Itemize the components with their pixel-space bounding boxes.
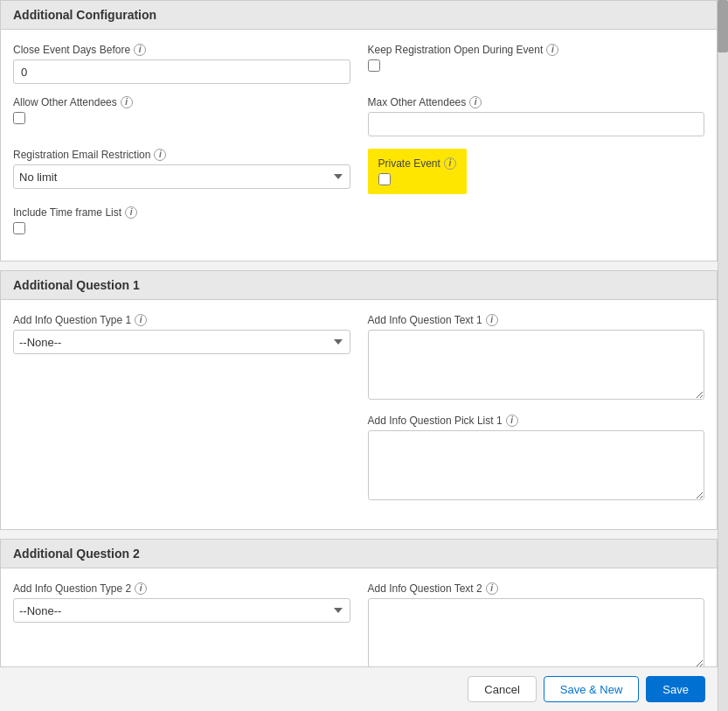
close-event-info-icon: i bbox=[134, 44, 146, 56]
q1-text-label: Add Info Question Text 1 i bbox=[368, 314, 705, 326]
q1-picklist-info-icon: i bbox=[506, 415, 518, 427]
q1-text-label-text: Add Info Question Text 1 bbox=[368, 314, 482, 326]
q1-empty-col bbox=[13, 415, 350, 503]
q1-picklist-col: Add Info Question Pick List 1 i bbox=[368, 415, 705, 503]
keep-registration-checkbox[interactable] bbox=[368, 59, 380, 72]
q1-row-2: Add Info Question Pick List 1 i bbox=[13, 415, 704, 503]
private-event-checkbox[interactable] bbox=[378, 173, 391, 185]
q2-text-col: Add Info Question Text 2 i bbox=[368, 582, 705, 671]
config-left-col-2: Allow Other Attendees i bbox=[13, 96, 350, 136]
close-event-label-text: Close Event Days Before bbox=[13, 44, 130, 56]
q2-type-col: Add Info Question Type 2 i --None-- bbox=[13, 582, 350, 671]
max-attendees-label-text: Max Other Attendees bbox=[368, 96, 467, 108]
close-event-input[interactable] bbox=[13, 59, 350, 84]
q2-row-1: Add Info Question Type 2 i --None-- Add … bbox=[13, 582, 704, 671]
keep-registration-info-icon: i bbox=[546, 44, 558, 56]
keep-registration-checkbox-row bbox=[368, 59, 705, 72]
additional-config-body: Close Event Days Before i Keep Registrat… bbox=[0, 29, 718, 261]
allow-attendees-info-icon: i bbox=[121, 96, 133, 108]
scrollbar[interactable] bbox=[718, 0, 728, 711]
allow-attendees-checkbox-row bbox=[13, 112, 350, 124]
config-left-col-3: Registration Email Restriction i No limi… bbox=[13, 149, 350, 194]
keep-registration-label: Keep Registration Open During Event i bbox=[368, 44, 705, 56]
q1-picklist-label: Add Info Question Pick List 1 i bbox=[368, 415, 705, 427]
include-timeframe-label: Include Time frame List i bbox=[13, 206, 350, 219]
config-right-col-2: Max Other Attendees i bbox=[368, 96, 705, 136]
q2-text-input[interactable] bbox=[368, 598, 705, 668]
q1-type-select[interactable]: --None-- bbox=[13, 330, 350, 354]
config-row-2: Allow Other Attendees i Max Other Attend… bbox=[13, 96, 704, 136]
email-restriction-info-icon: i bbox=[154, 149, 166, 161]
q2-text-info-icon: i bbox=[486, 582, 498, 595]
max-attendees-input[interactable] bbox=[368, 112, 705, 136]
additional-question-1-title: Additional Question 1 bbox=[13, 278, 140, 292]
q1-text-col: Add Info Question Text 1 i bbox=[368, 314, 705, 402]
config-row-3: Registration Email Restriction i No limi… bbox=[13, 149, 704, 194]
additional-question-1-body: Add Info Question Type 1 i --None-- Add … bbox=[0, 299, 718, 530]
include-timeframe-checkbox-row bbox=[13, 222, 350, 234]
additional-question-2-header: Additional Question 2 bbox=[0, 539, 718, 568]
additional-config-title: Additional Configuration bbox=[13, 8, 156, 22]
max-attendees-label: Max Other Attendees i bbox=[368, 96, 705, 108]
private-event-highlight: Private Event i bbox=[368, 149, 467, 194]
q1-type-info-icon: i bbox=[135, 314, 147, 326]
config-right-col-3: Private Event i bbox=[368, 149, 705, 194]
q1-type-label-text: Add Info Question Type 1 bbox=[13, 314, 131, 326]
q1-row-1: Add Info Question Type 1 i --None-- Add … bbox=[13, 314, 704, 402]
email-restriction-select[interactable]: No limit 1 per email 2 per email bbox=[13, 164, 350, 189]
q1-picklist-input[interactable] bbox=[368, 430, 705, 500]
save-new-button[interactable]: Save & New bbox=[544, 676, 640, 702]
allow-attendees-checkbox[interactable] bbox=[13, 112, 25, 124]
q2-type-info-icon: i bbox=[135, 582, 147, 595]
private-event-label-text: Private Event bbox=[378, 157, 440, 170]
email-restriction-label: Registration Email Restriction i bbox=[13, 149, 350, 161]
additional-question-1-header: Additional Question 1 bbox=[0, 270, 718, 299]
additional-question-2-title: Additional Question 2 bbox=[13, 547, 140, 561]
additional-config-header: Additional Configuration bbox=[0, 0, 718, 29]
footer: Cancel Save & New Save bbox=[0, 666, 718, 711]
max-attendees-info-icon: i bbox=[469, 96, 482, 108]
q2-type-label: Add Info Question Type 2 i bbox=[13, 582, 350, 595]
additional-question-1-section: Additional Question 1 Add Info Question … bbox=[0, 270, 718, 530]
q2-text-label-text: Add Info Question Text 2 bbox=[368, 582, 482, 595]
keep-registration-label-text: Keep Registration Open During Event bbox=[368, 44, 544, 56]
config-right-col-4 bbox=[368, 206, 705, 234]
private-event-checkbox-row bbox=[378, 173, 456, 185]
config-right-col-1: Keep Registration Open During Event i bbox=[368, 44, 705, 84]
close-event-label: Close Event Days Before i bbox=[13, 44, 350, 56]
q2-type-label-text: Add Info Question Type 2 bbox=[13, 582, 131, 595]
save-button[interactable]: Save bbox=[646, 676, 705, 702]
email-restriction-label-text: Registration Email Restriction bbox=[13, 149, 150, 161]
allow-attendees-label: Allow Other Attendees i bbox=[13, 96, 350, 108]
include-timeframe-info-icon: i bbox=[125, 206, 137, 219]
additional-config-section: Additional Configuration Close Event Day… bbox=[0, 0, 718, 261]
q1-type-label: Add Info Question Type 1 i bbox=[13, 314, 350, 326]
private-event-label: Private Event i bbox=[378, 157, 456, 170]
config-left-col-4: Include Time frame List i bbox=[13, 206, 350, 234]
include-timeframe-label-text: Include Time frame List bbox=[13, 206, 121, 219]
config-left-col-1: Close Event Days Before i bbox=[13, 44, 350, 84]
config-row-1: Close Event Days Before i Keep Registrat… bbox=[13, 44, 704, 84]
config-row-4: Include Time frame List i bbox=[13, 206, 704, 234]
include-timeframe-checkbox[interactable] bbox=[13, 222, 25, 234]
private-event-info-icon: i bbox=[444, 157, 456, 170]
q2-text-label: Add Info Question Text 2 i bbox=[368, 582, 705, 595]
q1-text-info-icon: i bbox=[486, 314, 498, 326]
q2-type-select[interactable]: --None-- bbox=[13, 598, 350, 623]
q1-picklist-label-text: Add Info Question Pick List 1 bbox=[368, 415, 503, 427]
cancel-button[interactable]: Cancel bbox=[468, 676, 536, 702]
allow-attendees-label-text: Allow Other Attendees bbox=[13, 96, 117, 108]
q1-text-input[interactable] bbox=[368, 330, 705, 400]
scrollbar-thumb[interactable] bbox=[718, 0, 728, 52]
q1-type-col: Add Info Question Type 1 i --None-- bbox=[13, 314, 350, 402]
